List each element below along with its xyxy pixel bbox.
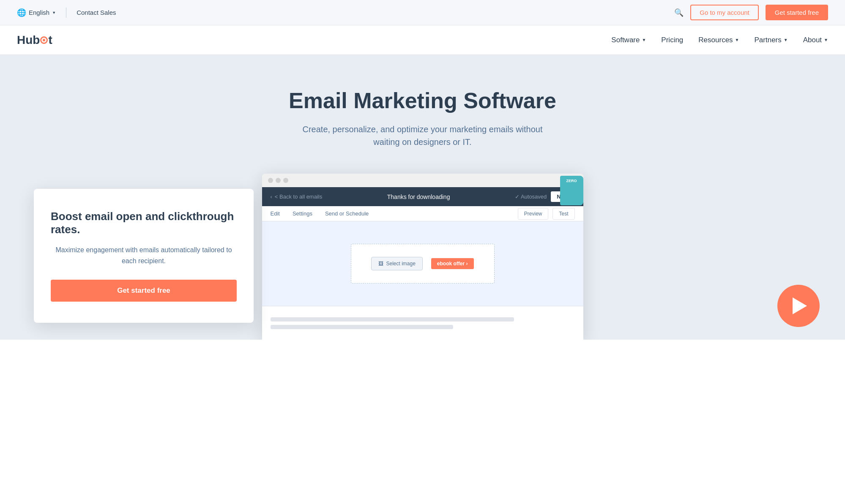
go-to-account-button[interactable]: Go to my account [690,5,759,20]
hero-section: Email Marketing Software Create, persona… [0,55,845,340]
tab-edit[interactable]: Edit [271,206,280,221]
select-image-btn[interactable]: 🖼 Select image [371,257,422,270]
autosaved-label: ✓ Autosaved [515,193,547,200]
nav-item-resources[interactable]: Resources ▼ [698,36,739,44]
partners-chevron-icon: ▼ [784,38,788,42]
nav-resources-label: Resources [698,36,733,44]
card-cta-button[interactable]: Get started free [51,280,237,302]
book-image: ZERO [560,176,583,205]
chevron-down-icon: ▼ [52,11,56,15]
browser-dot-2 [276,178,281,183]
search-button[interactable]: 🔍 [674,8,684,17]
nav-partners-label: Partners [755,36,782,44]
floating-card: Boost email open and clickthrough rates.… [34,189,254,323]
email-content-block: 🖼 Select image ZERO ebook offer › [351,244,495,283]
logo-ring [40,36,48,44]
preview-button[interactable]: Preview [518,208,549,220]
software-chevron-icon: ▼ [642,38,646,42]
browser-dot-1 [268,178,273,183]
globe-icon: 🌐 [17,8,26,17]
play-button[interactable] [777,285,820,327]
get-started-button[interactable]: Get started free [766,5,828,20]
browser-mockup: ‹ < Back to all emails Thanks for downlo… [262,174,583,340]
top-bar-left: 🌐 English ▼ Contact Sales [17,8,116,18]
ebook-cta-button[interactable]: ebook offer › [431,258,474,269]
nav-item-pricing[interactable]: Pricing [661,36,683,44]
language-label: English [29,9,49,16]
email-canvas: 🖼 Select image ZERO ebook offer › [262,221,583,306]
back-to-emails[interactable]: ‹ < Back to all emails [271,193,323,200]
tab-settings[interactable]: Settings [293,206,312,221]
tabs-left: Edit Settings Send or Schedule [271,206,369,221]
logo-hub: Hub [17,33,40,47]
nav-item-partners[interactable]: Partners ▼ [755,36,788,44]
test-button[interactable]: Test [552,208,574,220]
nav-pricing-label: Pricing [661,36,683,44]
browser-toolbar: ‹ < Back to all emails Thanks for downlo… [262,187,583,206]
tabs-right: Preview Test [518,208,575,220]
select-image-label: Select image [386,261,415,267]
language-selector[interactable]: 🌐 English ▼ [17,8,56,17]
nav-about-label: About [803,36,822,44]
logo-ot: t [48,33,52,47]
image-icon: 🖼 [378,261,383,267]
nav-items: Software ▼ Pricing Resources ▼ Partners … [611,36,828,44]
card-text: Maximize engagement with emails automati… [51,245,237,266]
top-bar-right: 🔍 Go to my account Get started free [674,5,828,20]
nav-software-label: Software [611,36,640,44]
tab-send[interactable]: Send or Schedule [325,206,369,221]
search-icon: 🔍 [674,8,684,17]
text-line-1 [271,317,514,321]
back-label: < Back to all emails [275,193,322,200]
hero-subtitle: Create, personalize, and optimize your m… [292,123,554,148]
logo[interactable]: Hubt [17,33,52,47]
hero-title: Email Marketing Software [17,89,828,113]
nav-item-software[interactable]: Software ▼ [611,36,646,44]
main-nav: Hubt Software ▼ Pricing Resources ▼ Part… [0,25,845,55]
contact-sales-link[interactable]: Contact Sales [77,9,116,16]
email-bottom-block [262,306,583,340]
tabs-bar: Edit Settings Send or Schedule Preview T… [262,206,583,221]
book-label: ZERO [566,179,577,183]
nav-item-about[interactable]: About ▼ [803,36,828,44]
divider [66,8,66,18]
card-title: Boost email open and clickthrough rates. [51,210,237,236]
browser-dot-3 [283,178,288,183]
resources-chevron-icon: ▼ [735,38,739,42]
play-triangle-icon [793,297,807,314]
text-lines [271,317,575,329]
back-arrow-icon: ‹ [271,193,272,200]
top-bar: 🌐 English ▼ Contact Sales 🔍 Go to my acc… [0,0,845,25]
browser-chrome [262,174,583,187]
email-subject: Thanks for downloading [387,193,450,200]
text-line-2 [271,325,453,329]
about-chevron-icon: ▼ [824,38,828,42]
